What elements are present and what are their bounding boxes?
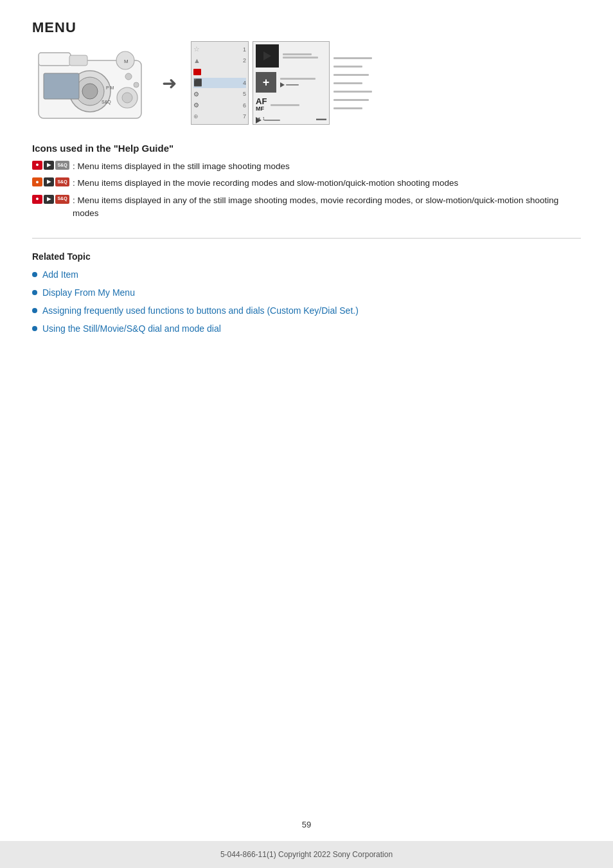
bullet-icon [32,308,37,313]
diagram-area: M MENU S&Q P M ➜ [32,41,581,125]
icon-row-2-text: : Menu items displayed in the movie reco… [73,177,458,190]
list-item: Assigning frequently used functions to b… [32,305,581,316]
footer-text: 5-044-866-11(1) Copyright 2022 Sony Corp… [220,850,393,859]
icon-row-3: ● ▶ S&Q : Menu items displayed in any of… [32,194,581,221]
section-divider [32,238,581,239]
list-item: Add Item [32,269,581,280]
icon-row-1-text: : Menu items displayed in the still imag… [73,160,290,173]
svg-text:S&Q: S&Q [102,100,111,105]
page: MENU M [0,0,613,868]
menu-label: MENU [32,19,581,36]
svg-point-8 [125,73,132,80]
icon-badges-2: ● ▶ S&Q [32,177,69,186]
bullet-icon [32,272,37,277]
related-link-1[interactable]: Add Item [42,269,78,280]
menu-panel: ☆ 1 ▲ 2 ⬛ 4 ⚙ 5 [191,41,372,125]
svg-point-11 [122,93,132,103]
menu-right-lines [333,41,372,125]
svg-text:M: M [124,59,129,64]
page-number: 59 [302,820,311,829]
icon-badges-1: ● ▶ S&Q [32,161,69,170]
camera-diagram: M MENU S&Q P M [32,41,148,125]
icon-badges-3: ● ▶ S&Q [32,195,69,204]
list-item: Display From My Menu [32,287,581,298]
menu-main-col: + AF MF [253,41,330,125]
icons-section: Icons used in the "Help Guide" ● ▶ S&Q :… [32,143,581,220]
list-item: Using the Still/Movie/S&Q dial and mode … [32,323,581,334]
menu-left-col: ☆ 1 ▲ 2 ⬛ 4 ⚙ 5 [191,41,249,125]
svg-rect-1 [39,53,71,66]
icons-title: Icons used in the "Help Guide" [32,143,581,154]
svg-point-9 [134,82,139,87]
icon-row-3-text: : Menu items displayed in any of the sti… [73,194,581,221]
footer-bar: 5-044-866-11(1) Copyright 2022 Sony Corp… [0,841,613,868]
related-link-3[interactable]: Assigning frequently used functions to b… [42,305,359,316]
related-list: Add Item Display From My Menu Assigning … [32,269,581,334]
svg-text:P M: P M [106,86,114,90]
svg-rect-15 [44,73,79,99]
related-topic-title: Related Topic [32,251,581,262]
icon-row-1: ● ▶ S&Q : Menu items displayed in the st… [32,160,581,173]
arrow-right: ➜ [159,73,179,94]
related-link-4[interactable]: Using the Still/Movie/S&Q dial and mode … [42,323,221,334]
bullet-icon [32,326,37,331]
svg-rect-5 [69,55,87,66]
related-link-2[interactable]: Display From My Menu [42,287,135,298]
related-topic-section: Related Topic Add Item Display From My M… [32,251,581,334]
svg-point-4 [82,84,98,99]
bullet-icon [32,290,37,295]
icon-row-2: ● ▶ S&Q : Menu items displayed in the mo… [32,177,581,190]
